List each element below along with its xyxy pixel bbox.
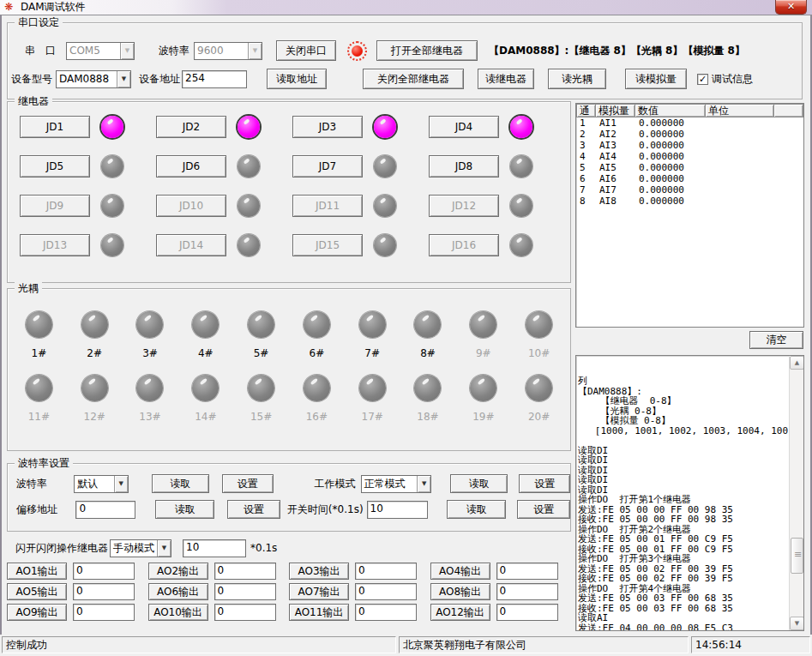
ao-output-input[interactable]: 0 (496, 604, 558, 621)
relay-button[interactable]: JD2 (156, 116, 226, 138)
ao-output-input[interactable]: 0 (214, 583, 276, 600)
relay-button[interactable]: JD9 (20, 195, 90, 217)
offset-addr-input[interactable]: 0 (75, 501, 135, 519)
opto-led-indicator (526, 311, 552, 338)
relay-button[interactable]: JD1 (20, 116, 90, 138)
baud-select[interactable]: 9600 ▼ (194, 42, 262, 60)
close-button[interactable]: ✕ (775, 0, 807, 15)
offset-set-button[interactable]: 设置 (227, 500, 280, 519)
analog-output-grid: AO1输出 0 AO2输出 0 AO3输出 0 AO4输出 0 AO5输出 0 … (7, 563, 571, 621)
ao-output-button[interactable]: AO12输出 (430, 604, 490, 621)
table-row[interactable]: 5 AI5 0.000000 (576, 162, 803, 173)
close-port-button[interactable]: 关闭串口 (276, 40, 336, 61)
relay-button[interactable]: JD7 (292, 155, 363, 178)
relay-cell: JD16 (429, 234, 565, 256)
ao-output-button[interactable]: AO6输出 (148, 583, 208, 600)
offset-read-button[interactable]: 读取 (155, 500, 214, 519)
log-line: [1000, 1001, 1002, 1003, 1004, 1000] (578, 426, 788, 436)
table-header-cell[interactable]: 模拟量 (596, 104, 635, 117)
table-row[interactable]: 2 AI2 0.000000 (576, 129, 803, 140)
ao-output-input[interactable]: 0 (214, 563, 276, 580)
switch-time-read-button[interactable]: 读取 (447, 500, 506, 519)
channel-cell: 8 (576, 196, 596, 207)
value-cell: 0.000000 (635, 162, 706, 173)
table-header-cell[interactable] (774, 104, 803, 117)
ao-output-button[interactable]: AO2输出 (148, 563, 208, 580)
open-all-relays-button[interactable]: 打开全部继电器 (376, 40, 478, 61)
ao-output-button[interactable]: AO7输出 (289, 583, 349, 600)
work-mode-set-button[interactable]: 设置 (519, 474, 570, 493)
ao-output-input[interactable]: 0 (355, 583, 417, 600)
ao-output-input[interactable]: 0 (73, 583, 135, 600)
ao-output-button[interactable]: AO3输出 (289, 563, 349, 580)
baud-read-button[interactable]: 读取 (152, 474, 209, 493)
ao-cell: AO5输出 0 (7, 583, 148, 600)
work-mode-read-button[interactable]: 读取 (450, 474, 508, 493)
debug-log-box[interactable]: 列【DAM0888】: 【继电器 0-8】 【光耦 0-8】 【模拟量 0-8】… (575, 355, 804, 631)
ao-output-input[interactable]: 0 (496, 583, 558, 600)
scroll-down-icon[interactable]: ▼ (790, 617, 804, 630)
log-scrollbar[interactable]: ▲ ▼ (789, 356, 803, 630)
work-mode-select[interactable]: 正常模式 ▼ (361, 475, 432, 493)
scrollbar-thumb[interactable] (791, 538, 803, 574)
opto-label: 17# (362, 411, 383, 423)
baud-set-button[interactable]: 设置 (222, 474, 274, 493)
baud-default-select[interactable]: 默认 ▼ (74, 475, 128, 493)
ao-output-input[interactable]: 0 (496, 563, 558, 580)
table-row[interactable]: 1 AI1 0.000000 (576, 117, 803, 129)
ao-output-input[interactable]: 0 (355, 604, 417, 621)
ao-output-input[interactable]: 0 (73, 604, 135, 621)
ao-output-button[interactable]: AO4输出 (430, 563, 490, 580)
channel-cell: 6 (576, 173, 596, 184)
opto-label: 12# (84, 411, 105, 423)
relay-button[interactable]: JD5 (20, 155, 90, 178)
ao-output-input[interactable]: 0 (355, 563, 417, 580)
ao-output-button[interactable]: AO9输出 (7, 604, 67, 621)
table-row[interactable]: 3 AI3 0.000000 (576, 140, 803, 151)
relay-button[interactable]: JD13 (20, 234, 90, 256)
relay-button[interactable]: JD12 (429, 195, 499, 217)
relay-button[interactable]: JD14 (156, 234, 226, 256)
table-row[interactable]: 4 AI4 0.000000 (576, 151, 803, 162)
flash-time-input[interactable]: 10 (183, 539, 246, 557)
relay-button[interactable]: JD3 (292, 116, 363, 138)
ao-output-input[interactable]: 0 (214, 604, 276, 621)
relay-button[interactable]: JD10 (156, 195, 226, 217)
table-header-cell[interactable]: 数值 (635, 104, 706, 117)
ao-output-button[interactable]: AO10输出 (148, 604, 208, 621)
work-mode-label: 工作模式 (315, 477, 356, 491)
opto-cell: 5# (233, 311, 289, 359)
table-row[interactable]: 8 AI8 0.000000 (576, 196, 803, 207)
port-select[interactable]: COM5 ▼ (66, 42, 135, 60)
relay-button[interactable]: JD8 (429, 155, 499, 178)
close-all-relays-button[interactable]: 关闭全部继电器 (363, 69, 464, 89)
relay-button[interactable]: JD15 (292, 234, 363, 256)
opto-cell: 2# (67, 311, 123, 359)
opto-cell: 15# (233, 375, 289, 423)
debug-info-checkbox[interactable]: ✓ (697, 74, 708, 85)
table-header-cell[interactable]: 单位 (706, 104, 774, 117)
ao-output-button[interactable]: AO1输出 (7, 563, 67, 580)
ao-output-button[interactable]: AO5输出 (7, 583, 67, 600)
relay-button[interactable]: JD6 (156, 155, 226, 178)
relay-button[interactable]: JD11 (292, 195, 363, 217)
read-relay-button[interactable]: 读继电器 (478, 69, 534, 89)
flash-mode-select[interactable]: 手动模式 ▼ (110, 539, 171, 557)
relay-button[interactable]: JD16 (429, 234, 499, 256)
scroll-up-icon[interactable]: ▲ (790, 356, 804, 370)
table-row[interactable]: 6 AI6 0.000000 (576, 173, 803, 184)
switch-time-input[interactable]: 10 (367, 501, 428, 519)
switch-time-set-button[interactable]: 设置 (517, 500, 570, 519)
relay-button[interactable]: JD4 (429, 116, 499, 138)
device-addr-input[interactable]: 254 (182, 70, 247, 88)
read-opto-button[interactable]: 读光耦 (548, 69, 606, 89)
ao-output-input[interactable]: 0 (73, 563, 135, 580)
ao-output-button[interactable]: AO11输出 (289, 604, 349, 621)
read-address-button[interactable]: 读取地址 (267, 69, 327, 89)
read-analog-button[interactable]: 读模拟量 (625, 69, 687, 89)
table-row[interactable]: 7 AI7 0.000000 (576, 184, 803, 196)
table-header-cell[interactable]: 通 (576, 104, 596, 117)
device-model-select[interactable]: DAM0888 ▼ (56, 70, 131, 88)
clear-log-button[interactable]: 清空 (749, 331, 803, 349)
ao-output-button[interactable]: AO8输出 (430, 583, 490, 600)
